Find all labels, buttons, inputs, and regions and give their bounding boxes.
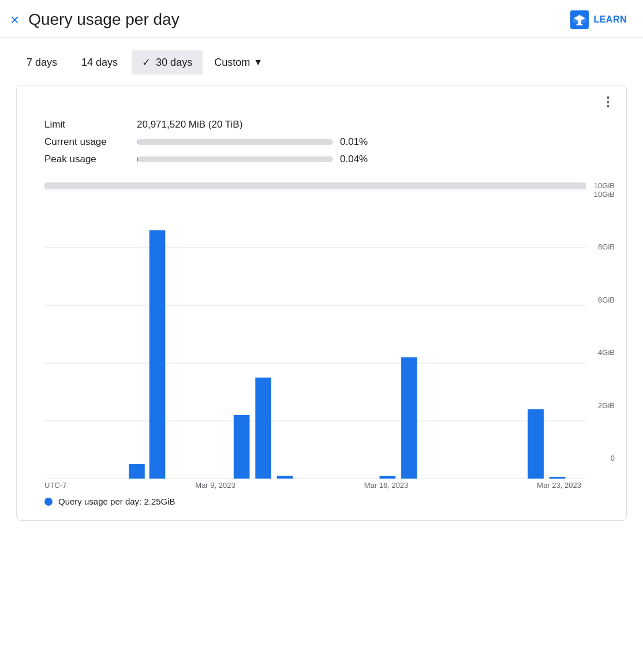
header: × Query usage per day LEARN (0, 0, 643, 38)
reference-bar (44, 182, 586, 189)
bar-mar15 (234, 415, 250, 479)
x-label-utc: UTC-7 (44, 481, 66, 490)
y-axis: 10GiB 8GiB 6GiB 4GiB 2GiB 0 (586, 190, 615, 479)
stats-section: Limit 20,971,520 MiB (20 TiB) Current us… (17, 114, 626, 181)
learn-button[interactable]: LEARN (570, 10, 627, 29)
learn-icon (570, 10, 589, 29)
chart-area: 10GiB (17, 181, 626, 490)
filter-custom[interactable]: Custom ▼ (206, 51, 271, 74)
peak-progress: 0.04% (137, 154, 368, 165)
close-button[interactable]: × (10, 12, 19, 27)
bar-mar29 (528, 409, 544, 479)
svg-rect-4 (577, 24, 583, 25)
filter-14days[interactable]: 14 days (71, 51, 128, 74)
limit-label: Limit (44, 119, 137, 130)
page-title: Query usage per day (28, 10, 180, 29)
y-label-4gib: 4GiB (590, 348, 615, 357)
x-axis: UTC-7 Mar 9, 2023 Mar 16, 2023 Mar 23, 2… (44, 479, 615, 490)
chart-more-menu[interactable]: ⋮ (601, 95, 615, 110)
chart-menu: ⋮ (17, 95, 626, 114)
chart-svg-wrap: 10GiB 8GiB 6GiB 4GiB 2GiB 0 (44, 190, 615, 479)
current-usage-row: Current usage 0.01% (44, 136, 599, 148)
ref-bar-label: 10GiB (586, 181, 615, 190)
chart-container: ⋮ Limit 20,971,520 MiB (20 TiB) Current … (16, 85, 627, 521)
bar-mar30 (549, 477, 566, 479)
current-fill (137, 139, 137, 145)
filter-7days[interactable]: 7 days (16, 51, 68, 74)
svg-rect-3 (578, 21, 581, 24)
limit-value: 20,971,520 MiB (20 TiB) (137, 119, 242, 130)
header-left: × Query usage per day (10, 10, 180, 29)
bar-mar10 (149, 230, 166, 479)
peak-pct: 0.04% (340, 154, 368, 165)
time-filter: 7 days 14 days ✓ 30 days Custom ▼ (0, 38, 643, 85)
peak-usage-row: Peak usage 0.04% (44, 154, 599, 165)
y-label-6gib: 6GiB (590, 296, 615, 304)
current-bar (137, 139, 333, 145)
custom-label: Custom (214, 57, 250, 69)
peak-label: Peak usage (44, 154, 137, 165)
x-label-mar9: Mar 9, 2023 (195, 481, 235, 490)
limit-row: Limit 20,971,520 MiB (20 TiB) (44, 119, 599, 130)
x-label-mar16: Mar 16, 2023 (364, 481, 409, 490)
bar-mar16 (255, 378, 271, 479)
current-label: Current usage (44, 136, 137, 148)
current-pct: 0.01% (340, 136, 368, 148)
y-label-2gib: 2GiB (590, 401, 615, 410)
peak-bar (137, 156, 333, 162)
y-label-10gib: 10GiB (590, 190, 615, 199)
bar-chart-svg (44, 190, 586, 479)
bar-mar9-small (129, 464, 145, 479)
chevron-down-icon: ▼ (253, 57, 263, 68)
bar-mar22 (380, 476, 396, 479)
current-progress: 0.01% (137, 136, 368, 148)
filter-30days[interactable]: ✓ 30 days (132, 50, 203, 74)
chart-legend: Query usage per day: 2.25GiB (17, 490, 626, 509)
x-label-mar23: Mar 23, 2023 (537, 481, 581, 490)
bar-mar17 (277, 476, 293, 479)
y-label-8gib: 8GiB (590, 242, 615, 251)
peak-fill (137, 156, 138, 162)
bar-mar23 (401, 357, 417, 479)
learn-label: LEARN (593, 14, 627, 25)
y-label-0: 0 (590, 454, 615, 462)
legend-dot (44, 498, 53, 506)
legend-label: Query usage per day: 2.25GiB (58, 496, 175, 506)
